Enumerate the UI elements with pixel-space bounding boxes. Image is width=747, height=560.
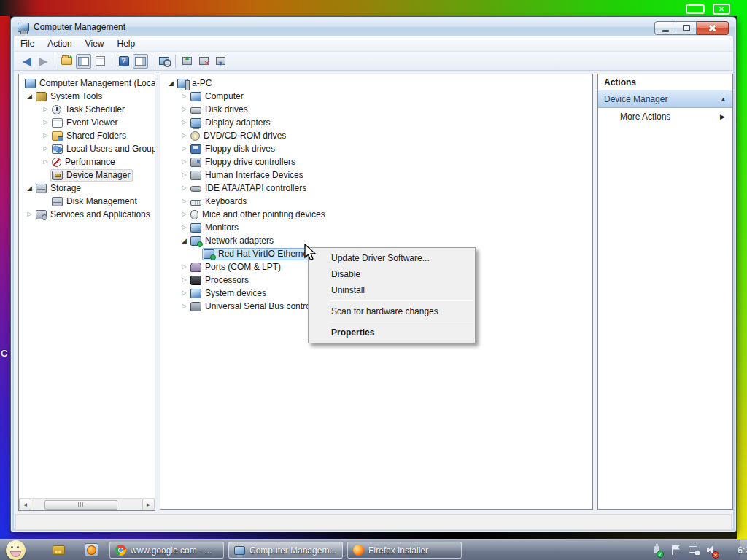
collapsed-arrow-icon[interactable]: ▷ (179, 287, 189, 300)
collapsed-arrow-icon[interactable]: ▷ (179, 142, 189, 155)
device-tree-item-network-adapters[interactable]: ◢Network adapters (160, 234, 592, 247)
forward-icon[interactable]: ▶ (36, 54, 51, 69)
collapsed-arrow-icon[interactable]: ▷ (179, 129, 189, 142)
collapsed-arrow-icon[interactable]: ▷ (179, 300, 189, 313)
tree-item-content: Storage (34, 182, 84, 195)
collapsed-arrow-icon[interactable]: ▷ (179, 116, 189, 129)
ports-icon (190, 262, 201, 272)
console-tree-item-disk-management[interactable]: Disk Management (19, 195, 155, 208)
taskbar-button-firefox-installer[interactable]: Firefox Installer (347, 542, 462, 559)
context-menu-item-scan-for-hardware-changes[interactable]: Scan for hardware changes (309, 303, 474, 319)
collapsed-arrow-icon[interactable]: ▷ (179, 260, 189, 273)
show-console-tree-icon[interactable] (76, 54, 91, 69)
maximize-button[interactable] (676, 21, 697, 35)
console-tree-item-storage[interactable]: ◢Storage (19, 182, 155, 195)
disable-device-icon[interactable]: ✕ (196, 54, 212, 69)
console-tree-item-performance[interactable]: ▷Performance (19, 155, 155, 168)
device-tree-item-keyboards[interactable]: ▷Keyboards (160, 195, 592, 208)
collapsed-arrow-icon[interactable]: ▷ (41, 116, 50, 129)
device-tree-item-display-adapters[interactable]: ▷Display adapters (160, 116, 592, 129)
device-tree-item-a-pc[interactable]: ◢a-PC (160, 77, 592, 90)
network-status-icon[interactable] (688, 545, 700, 556)
taskbar-button-computer-managem[interactable]: Computer Managem... (228, 542, 343, 559)
collapsed-arrow-icon[interactable]: ▷ (179, 103, 189, 116)
expanded-arrow-icon[interactable]: ◢ (25, 182, 34, 195)
titlebar[interactable]: Computer Management (12, 18, 735, 36)
update-driver-icon[interactable]: ▲ (179, 54, 195, 69)
device-tree-item-floppy-disk-drives[interactable]: ▷Floppy disk drives (160, 142, 592, 155)
collapsed-arrow-icon[interactable]: ▷ (25, 208, 34, 221)
back-icon[interactable]: ◀ (19, 54, 34, 69)
device-tree-item-ide-ata-atapi-controllers[interactable]: ▷IDE ATA/ATAPI controllers (160, 182, 592, 195)
console-tree-item-computer-management-local[interactable]: Computer Management (Local) (19, 77, 155, 90)
start-button[interactable] (6, 540, 26, 560)
device-tree-item-computer[interactable]: ▷Computer (160, 90, 592, 103)
device-tree-item-disk-drives[interactable]: ▷Disk drives (160, 103, 592, 116)
horizontal-scrollbar[interactable]: ◄ ► (19, 498, 155, 510)
help-icon[interactable]: ? (116, 54, 131, 69)
device-tree-item-mice-and-other-pointing-devices[interactable]: ▷Mice and other pointing devices (160, 208, 592, 221)
background-window-close-outline[interactable]: ✕ (713, 4, 730, 15)
up-level-icon[interactable] (59, 54, 74, 69)
minimize-button[interactable] (654, 21, 676, 35)
scroll-left-arrow-icon[interactable]: ◄ (19, 499, 31, 510)
usb-icon (190, 302, 201, 311)
toolbar-separator (55, 55, 55, 68)
expanded-arrow-icon[interactable]: ◢ (179, 234, 189, 247)
collapsed-arrow-icon[interactable]: ▷ (179, 90, 189, 103)
background-window-maximize-outline[interactable] (686, 4, 705, 14)
console-tree-item-services-and-applications[interactable]: ▷Services and Applications (19, 208, 155, 221)
collapsed-arrow-icon[interactable]: ▷ (179, 273, 189, 287)
console-tree-item-task-scheduler[interactable]: ▷Task Scheduler (19, 103, 155, 116)
context-menu-item-disable[interactable]: Disable (309, 266, 474, 282)
volume-muted-icon[interactable]: ✕ (706, 545, 718, 556)
taskbar-button-www-google-com[interactable]: www.google.com - ... (109, 542, 224, 559)
scan-hardware-icon[interactable] (156, 54, 171, 69)
uninstall-device-icon[interactable]: ▼ (213, 54, 228, 69)
menu-help[interactable]: Help (111, 37, 142, 50)
console-tree-item-shared-folders[interactable]: ▷Shared Folders (19, 129, 155, 142)
more-actions-item[interactable]: More Actions ▶ (598, 108, 732, 125)
device-tree-item-monitors[interactable]: ▷Monitors (160, 221, 592, 234)
expanded-arrow-icon[interactable]: ◢ (25, 90, 34, 103)
action-center-flag-icon[interactable] (670, 545, 681, 556)
collapsed-arrow-icon[interactable]: ▷ (179, 155, 189, 168)
floppy-controller-icon (190, 158, 201, 167)
show-action-pane-icon[interactable] (133, 54, 148, 69)
usb-eject-icon[interactable]: ✓ (651, 545, 663, 556)
collapsed-arrow-icon[interactable]: ▷ (41, 142, 50, 155)
tree-item-content: Services and Applications (34, 209, 153, 221)
pinned-app-gold[interactable] (51, 542, 66, 558)
properties-icon[interactable] (93, 54, 108, 69)
context-menu-item-properties[interactable]: Properties (309, 324, 474, 341)
collapsed-arrow-icon[interactable]: ▷ (179, 195, 189, 208)
device-tree-item-human-interface-devices[interactable]: ▷Human Interface Devices (160, 168, 592, 182)
console-tree-item-event-viewer[interactable]: ▷Event Viewer (19, 116, 155, 129)
console-tree-item-local-users-and-groups[interactable]: ▷Local Users and Groups (19, 142, 155, 155)
menu-view[interactable]: View (79, 37, 111, 50)
collapsed-arrow-icon[interactable]: ▷ (41, 103, 50, 116)
collapsed-arrow-icon[interactable]: ▷ (179, 221, 189, 234)
menu-action[interactable]: Action (41, 37, 78, 50)
scrollbar-thumb[interactable] (44, 500, 117, 510)
console-tree-item-device-manager[interactable]: Device Manager (19, 168, 155, 182)
collapsed-arrow-icon[interactable]: ▷ (41, 155, 50, 168)
collapsed-arrow-icon[interactable]: ▷ (41, 129, 50, 142)
console-tree-item-system-tools[interactable]: ◢System Tools (19, 90, 155, 103)
collapsed-arrow-icon[interactable]: ▷ (179, 182, 189, 195)
collapsed-arrow-icon[interactable]: ▷ (179, 208, 189, 221)
show-desktop-button[interactable] (740, 540, 747, 560)
scroll-right-arrow-icon[interactable]: ► (142, 499, 155, 510)
collapsed-arrow-icon[interactable]: ▷ (179, 168, 189, 182)
actions-group-device-manager[interactable]: Device Manager ▲ (598, 90, 732, 108)
context-menu-item-update-driver-software[interactable]: Update Driver Software... (309, 250, 474, 266)
pinned-app-player[interactable] (84, 542, 99, 558)
expanded-arrow-icon[interactable]: ◢ (166, 77, 176, 90)
context-menu-item-uninstall[interactable]: Uninstall (309, 282, 474, 298)
collapse-arrow-icon[interactable]: ▲ (720, 96, 727, 103)
device-tree-item-dvd-cd-rom-drives[interactable]: ▷DVD/CD-ROM drives (160, 129, 592, 142)
menu-file[interactable]: File (14, 37, 41, 50)
close-button[interactable] (697, 21, 729, 35)
device-tree-item-label: a-PC (191, 78, 212, 88)
device-tree-item-floppy-drive-controllers[interactable]: ▷Floppy drive controllers (160, 155, 592, 168)
